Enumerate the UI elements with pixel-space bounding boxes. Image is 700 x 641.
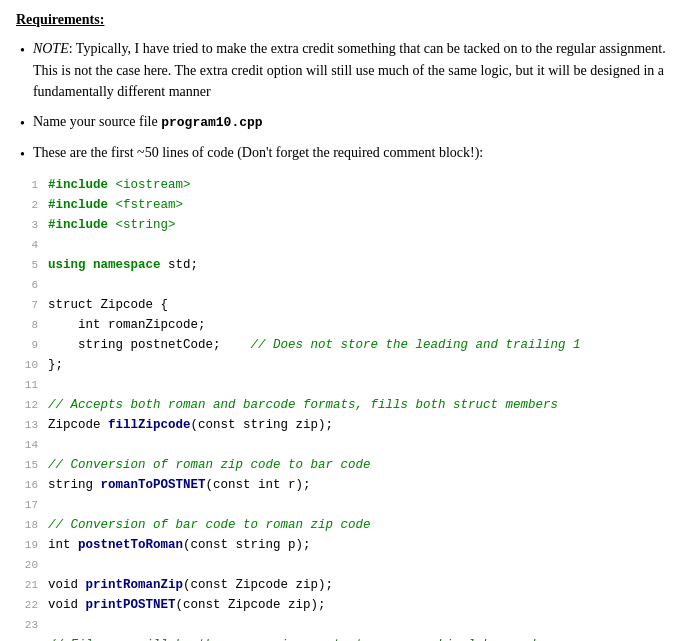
line-content-21: void printRomanZip(const Zipcode zip); (48, 575, 684, 595)
line-content-14 (48, 435, 684, 455)
field-int: int romanZipcode; (48, 318, 206, 332)
line-num-23: 23 (16, 617, 38, 635)
code-line-23: 23 (16, 615, 684, 635)
line-num-6: 6 (16, 277, 38, 295)
code-line-2: 2 #include <fstream> (16, 195, 684, 215)
code-line-20: 20 (16, 555, 684, 575)
requirements-list: • NOTE: Typically, I have tried to make … (16, 38, 684, 165)
line-content-8: int romanZipcode; (48, 315, 684, 335)
line-content-16: string romanToPOSTNET(const int r); (48, 475, 684, 495)
fn-romanToPOSTNET: romanToPOSTNET (101, 478, 206, 492)
line-num-18: 18 (16, 517, 38, 535)
bullet-dot-1: • (20, 40, 25, 61)
comment-line-9: // Does not store the leading and traili… (251, 338, 581, 352)
line-num-13: 13 (16, 417, 38, 435)
line-content-19: int postnetToRoman(const string p); (48, 535, 684, 555)
code-line-1: 1 #include <iostream> (16, 175, 684, 195)
bullet-lines-text: These are the first ~50 lines of code (D… (33, 142, 684, 164)
line-num-20: 20 (16, 557, 38, 575)
note-italic: NOTE (33, 41, 69, 56)
code-block: 1 #include <iostream> 2 #include <fstrea… (16, 175, 684, 641)
line-content-7: struct Zipcode { (48, 295, 684, 315)
line-content-20 (48, 555, 684, 575)
bullet-dot-2: • (20, 113, 25, 134)
code-line-9: 9 string postnetCode; // Does not store … (16, 335, 684, 355)
code-line-8: 8 int romanZipcode; (16, 315, 684, 335)
line-content-2: #include <fstream> (48, 195, 684, 215)
code-line-7: 7 struct Zipcode { (16, 295, 684, 315)
fn-printRomanZip: printRomanZip (86, 578, 184, 592)
code-line-17: 17 (16, 495, 684, 515)
line-content-17 (48, 495, 684, 515)
code-line-24: 24 // Filename will be the roman zip, co… (16, 635, 684, 641)
code-line-21: 21 void printRomanZip(const Zipcode zip)… (16, 575, 684, 595)
line-content-9: string postnetCode; // Does not store th… (48, 335, 684, 355)
code-line-18: 18 // Conversion of bar code to roman zi… (16, 515, 684, 535)
line-content-22: void printPOSTNET(const Zipcode zip); (48, 595, 684, 615)
keyword-using: using (48, 258, 86, 272)
comment-line-18: // Conversion of bar code to roman zip c… (48, 518, 371, 532)
line-content-12: // Accepts both roman and barcode format… (48, 395, 684, 415)
code-line-16: 16 string romanToPOSTNET(const int r); (16, 475, 684, 495)
include-path-2: <fstream> (116, 198, 184, 212)
code-line-15: 15 // Conversion of roman zip code to ba… (16, 455, 684, 475)
fn-postnetToRoman: postnetToRoman (78, 538, 183, 552)
std-text: std; (168, 258, 198, 272)
code-line-12: 12 // Accepts both roman and barcode for… (16, 395, 684, 415)
line-num-1: 1 (16, 177, 38, 195)
code-line-4: 4 (16, 235, 684, 255)
line-num-2: 2 (16, 197, 38, 215)
line-content-18: // Conversion of bar code to roman zip c… (48, 515, 684, 535)
line-content-6 (48, 275, 684, 295)
keyword-include-1: #include (48, 178, 108, 192)
line-num-24: 24 (16, 637, 38, 641)
line-num-22: 22 (16, 597, 38, 615)
code-line-6: 6 (16, 275, 684, 295)
line-num-12: 12 (16, 397, 38, 415)
bullet-dot-3: • (20, 144, 25, 165)
fn-decl-16: string romanToPOSTNET(const int r); (48, 478, 311, 492)
include-path-3: <string> (116, 218, 176, 232)
fn-decl-13: Zipcode fillZipcode(const string zip); (48, 418, 333, 432)
line-num-15: 15 (16, 457, 38, 475)
code-line-5: 5 using namespace std; (16, 255, 684, 275)
keyword-include-3: #include (48, 218, 108, 232)
line-num-3: 3 (16, 217, 38, 235)
line-num-11: 11 (16, 377, 38, 395)
page-container: Requirements: • NOTE: Typically, I have … (16, 12, 684, 641)
fn-decl-19: int postnetToRoman(const string p); (48, 538, 311, 552)
code-line-10: 10 }; (16, 355, 684, 375)
bullet-filename: • Name your source file program10.cpp (20, 111, 684, 134)
line-content-5: using namespace std; (48, 255, 684, 275)
line-content-23 (48, 615, 684, 635)
code-line-11: 11 (16, 375, 684, 395)
line-content-10: }; (48, 355, 684, 375)
line-content-1: #include <iostream> (48, 175, 684, 195)
code-line-14: 14 (16, 435, 684, 455)
fn-decl-22: void printPOSTNET(const Zipcode zip); (48, 598, 326, 612)
bullet-note-text: NOTE: Typically, I have tried to make th… (33, 38, 684, 103)
line-num-9: 9 (16, 337, 38, 355)
line-num-10: 10 (16, 357, 38, 375)
fn-fillZipcode: fillZipcode (108, 418, 191, 432)
include-path-1: <iostream> (116, 178, 191, 192)
line-num-16: 16 (16, 477, 38, 495)
line-content-24: // Filename will be the roman zip, conte… (48, 635, 684, 641)
line-content-3: #include <string> (48, 215, 684, 235)
line-content-11 (48, 375, 684, 395)
comment-line-15: // Conversion of roman zip code to bar c… (48, 458, 371, 472)
line-num-4: 4 (16, 237, 38, 255)
code-line-19: 19 int postnetToRoman(const string p); (16, 535, 684, 555)
keyword-include-2: #include (48, 198, 108, 212)
fn-decl-21: void printRomanZip(const Zipcode zip); (48, 578, 333, 592)
bullet-note: • NOTE: Typically, I have tried to make … (20, 38, 684, 103)
line-content-13: Zipcode fillZipcode(const string zip); (48, 415, 684, 435)
filename-code: program10.cpp (161, 115, 262, 130)
line-content-15: // Conversion of roman zip code to bar c… (48, 455, 684, 475)
comment-line-12: // Accepts both roman and barcode format… (48, 398, 558, 412)
code-line-3: 3 #include <string> (16, 215, 684, 235)
fn-printPOSTNET: printPOSTNET (86, 598, 176, 612)
line-num-21: 21 (16, 577, 38, 595)
line-num-17: 17 (16, 497, 38, 515)
struct-close: }; (48, 358, 63, 372)
